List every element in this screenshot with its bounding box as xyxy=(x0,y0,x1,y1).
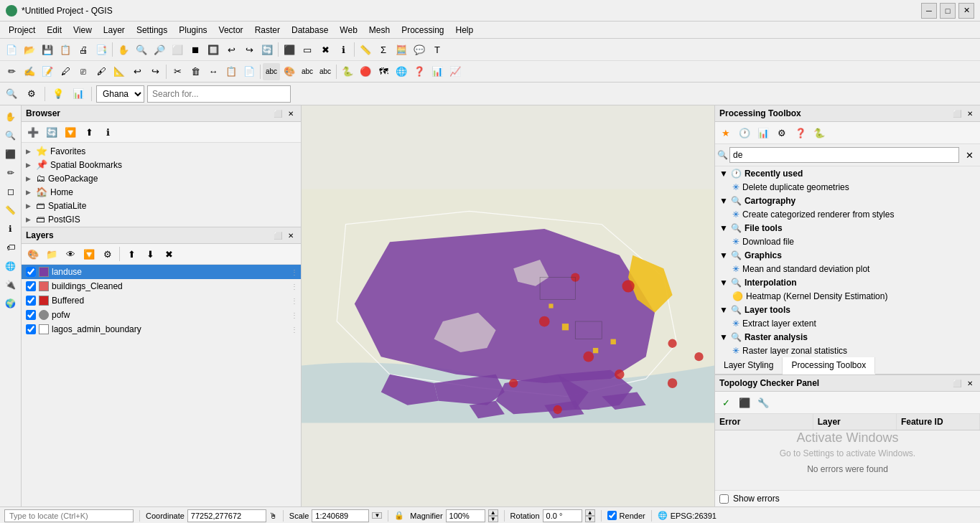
deselect-button[interactable]: ✖ xyxy=(317,41,334,58)
topology-validate-btn[interactable]: ✓ xyxy=(717,394,734,411)
proc-item-meandev[interactable]: ✳ Mean and standard deviation plot xyxy=(715,263,980,275)
refresh-button[interactable]: 🔄 xyxy=(258,41,276,58)
plugin-btn3[interactable]: 🌐 xyxy=(393,63,410,80)
layer-check-lagos[interactable] xyxy=(26,324,36,334)
edit-btn2[interactable]: 🗑 xyxy=(187,63,204,80)
scale-down-btn[interactable]: ▼ xyxy=(372,512,382,519)
map-tips-btn[interactable]: 💡 xyxy=(50,85,67,103)
layer-options-btn[interactable]: ⚙ xyxy=(99,245,116,263)
layer-check-buffered[interactable] xyxy=(26,296,36,306)
qgis-btn1[interactable]: 📊 xyxy=(429,63,446,80)
menu-help[interactable]: Help xyxy=(450,24,480,37)
browser-info-btn[interactable]: ℹ xyxy=(99,123,116,141)
digitize-btn1[interactable]: ✏ xyxy=(3,63,20,80)
select-button[interactable]: ⬛ xyxy=(281,41,298,58)
render-checkbox[interactable] xyxy=(607,511,617,520)
edit-btn5[interactable]: 📄 xyxy=(241,63,258,80)
processing-float-btn[interactable]: ⬜ xyxy=(951,108,963,119)
proc-item-extract-extent[interactable]: ✳ Extract layer extent xyxy=(715,317,980,330)
proc-search-input[interactable] xyxy=(729,147,959,163)
label-btn2[interactable]: 🎨 xyxy=(281,63,298,80)
proc-item-delete-dup[interactable]: ✳ Delete duplicate geometries xyxy=(715,181,980,194)
filter-layers-btn[interactable]: 🔽 xyxy=(80,245,98,263)
pan-button[interactable]: ✋ xyxy=(115,41,132,58)
proc-cat-layertools[interactable]: ▼ 🔍 Layer tools xyxy=(715,303,980,317)
minimize-button[interactable]: ─ xyxy=(921,3,937,19)
zoom-out-button[interactable]: 🔎 xyxy=(151,41,168,58)
layer-check-pofw[interactable] xyxy=(26,310,36,320)
topology-float-btn[interactable]: ⬜ xyxy=(951,377,963,389)
proc-item-carto-cat[interactable]: ✳ Create categorized renderer from style… xyxy=(715,208,980,221)
browser-item-home[interactable]: ▶ 🏠 Home xyxy=(23,185,299,199)
proc-item-zonal-stats[interactable]: ✳ Raster layer zonal statistics xyxy=(715,344,980,357)
identify-tool[interactable]: ℹ xyxy=(2,220,19,237)
tab-processing-toolbox[interactable]: Processing Toolbox xyxy=(783,357,875,374)
browser-close-btn[interactable]: ✕ xyxy=(285,108,297,119)
menu-view[interactable]: View xyxy=(67,24,98,37)
move-down-btn[interactable]: ⬇ xyxy=(141,245,159,263)
save-as-button[interactable]: 📋 xyxy=(57,41,74,58)
processing-close-btn[interactable]: ✕ xyxy=(964,108,976,119)
move-up-btn[interactable]: ⬆ xyxy=(123,245,140,263)
text-annotation-button[interactable]: T xyxy=(429,41,446,58)
menu-project[interactable]: Project xyxy=(3,24,41,37)
measure-tool[interactable]: 📏 xyxy=(2,202,19,219)
layer-item-lagos[interactable]: lagos_admin_boundary ⋮ xyxy=(22,322,301,336)
digitize-btn7[interactable]: 📐 xyxy=(111,63,128,80)
qgis-btn2[interactable]: 📈 xyxy=(447,63,464,80)
close-button[interactable]: ✕ xyxy=(958,3,974,19)
tab-layer-styling[interactable]: Layer Styling xyxy=(715,357,783,374)
proc-cat-recent[interactable]: ▼ 🕐 Recently used xyxy=(715,166,980,181)
menu-mesh[interactable]: Mesh xyxy=(363,24,396,37)
node-tool[interactable]: ◻ xyxy=(2,183,19,200)
proc-cat-graphics[interactable]: ▼ 🔍 Graphics xyxy=(715,248,980,263)
save-button[interactable]: 💾 xyxy=(39,41,56,58)
search-input[interactable] xyxy=(147,85,291,103)
layers-float-btn[interactable]: ⬜ xyxy=(272,230,284,241)
label-btn3[interactable]: abc xyxy=(299,63,316,80)
menu-edit[interactable]: Edit xyxy=(41,24,67,37)
python-btn[interactable]: 🐍 xyxy=(339,63,356,80)
proc-item-heatmap[interactable]: 🟡 Heatmap (Kernel Density Estimation) xyxy=(715,290,980,303)
proc-help-btn[interactable]: ❓ xyxy=(792,124,809,141)
browser-add-btn[interactable]: ➕ xyxy=(24,123,42,141)
edit-btn3[interactable]: ↔ xyxy=(205,63,222,80)
print-layout-button[interactable]: 🖨 xyxy=(75,41,92,58)
magnifier-up-btn[interactable]: ▲ xyxy=(488,509,498,516)
menu-layer[interactable]: Layer xyxy=(98,24,131,37)
proc-python-btn[interactable]: 🐍 xyxy=(811,124,828,141)
topology-close-btn[interactable]: ✕ xyxy=(964,377,976,389)
label-btn1[interactable]: abc xyxy=(263,63,280,80)
menu-plugins[interactable]: Plugins xyxy=(173,24,213,37)
browser-refresh-btn[interactable]: 🔄 xyxy=(43,123,60,141)
coordinate-input[interactable] xyxy=(187,509,266,522)
atlas-button[interactable]: 📑 xyxy=(93,41,110,58)
digitize-btn2[interactable]: ✍ xyxy=(21,63,38,80)
wms-tool[interactable]: 🌐 xyxy=(2,258,19,275)
proc-cat-interpolation[interactable]: ▼ 🔍 Interpolation xyxy=(715,275,980,290)
locate-icon-btn[interactable]: 🔍 xyxy=(3,85,20,103)
digitize-btn8[interactable]: ↩ xyxy=(129,63,146,80)
zoom-full-button[interactable]: ⬜ xyxy=(169,41,186,58)
magnifier-down-btn[interactable]: ▼ xyxy=(488,516,498,522)
select-tool[interactable]: ⬛ xyxy=(2,146,19,163)
pan-tool[interactable]: ✋ xyxy=(2,108,19,126)
browser-collapse-btn[interactable]: ⬆ xyxy=(80,123,98,141)
calculate-button[interactable]: 🧮 xyxy=(393,41,410,58)
magnifier-input[interactable] xyxy=(446,509,485,522)
browser-item-bookmarks[interactable]: ▶ 📌 Spatial Bookmarks xyxy=(23,158,299,171)
zoom-in-tool[interactable]: 🔍 xyxy=(2,127,19,144)
identify-button[interactable]: ℹ xyxy=(335,41,352,58)
zoom-next-button[interactable]: ↪ xyxy=(241,41,258,58)
globe-tool[interactable]: 🌍 xyxy=(2,295,19,312)
proc-history-btn[interactable]: 🕐 xyxy=(736,124,753,141)
measure-button[interactable]: 📏 xyxy=(357,41,374,58)
topology-configure-btn[interactable]: ⬛ xyxy=(736,394,753,411)
browser-float-btn[interactable]: ⬜ xyxy=(272,108,284,119)
scale-input[interactable] xyxy=(312,509,369,522)
edit-btn1[interactable]: ✂ xyxy=(169,63,186,80)
digitize-btn5[interactable]: ⎚ xyxy=(75,63,92,80)
open-project-button[interactable]: 📂 xyxy=(21,41,38,58)
proc-settings-btn[interactable]: ⚙ xyxy=(773,124,790,141)
digitize-tool[interactable]: ✏ xyxy=(2,164,19,182)
